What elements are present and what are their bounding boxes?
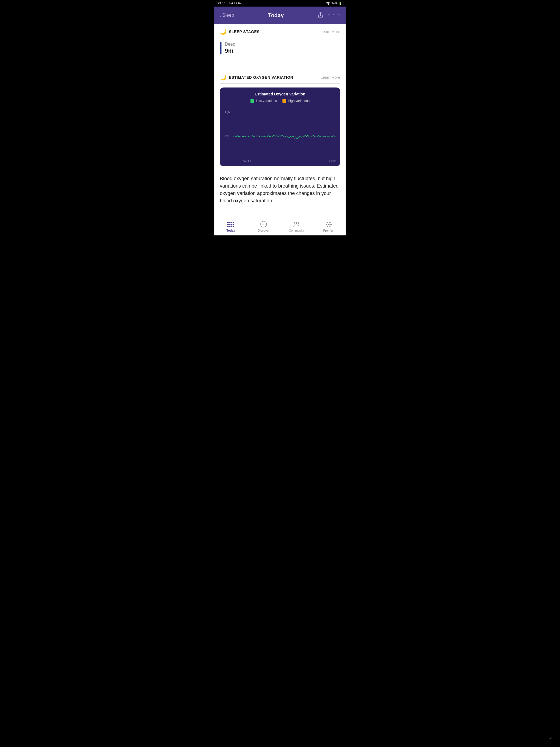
y-axis-high: High xyxy=(224,110,230,114)
scroll-indicator: ↙ xyxy=(547,734,555,742)
section-title-row: 🌙 SLEEP STAGES xyxy=(220,28,259,35)
tab-premium-label: Premium xyxy=(323,229,335,232)
discover-icon xyxy=(260,221,267,228)
legend-low-label: Low variations xyxy=(256,99,277,103)
svg-point-8 xyxy=(329,222,330,223)
time-display: 23:56 xyxy=(218,2,225,5)
svg-point-13 xyxy=(331,224,332,225)
wifi-icon xyxy=(327,2,330,5)
legend-high-label: High variations xyxy=(288,99,309,103)
oxygen-title-row: 🌙 ESTIMATED OXYGEN VARIATION xyxy=(220,74,293,81)
sleep-stages-learn-more[interactable]: Learn More xyxy=(321,29,340,34)
app-container: ‹ Sleep Today ○ ○ ○ 🌙 xyxy=(214,6,346,235)
status-bar: 23:56 Sat 22 Feb 94% 🔋 xyxy=(214,0,346,6)
deep-label: Deep xyxy=(225,42,235,47)
battery-icon: 🔋 xyxy=(338,2,342,5)
deep-value: 9m xyxy=(225,47,235,54)
svg-point-5 xyxy=(294,222,297,224)
oxygen-variation-section: 🌙 ESTIMATED OXYGEN VARIATION Learn More xyxy=(214,70,346,84)
oxygen-moon-icon: 🌙 xyxy=(220,74,227,81)
back-button[interactable]: ‹ Sleep xyxy=(219,12,234,19)
svg-point-3 xyxy=(261,221,266,227)
tab-today[interactable]: Today xyxy=(221,221,240,232)
more-icon[interactable]: ○ ○ ○ xyxy=(328,13,341,18)
spacer xyxy=(214,57,346,64)
back-label: Sleep xyxy=(222,12,234,18)
legend-high: High variations xyxy=(282,99,309,103)
legend-low-box xyxy=(251,99,254,103)
date-display: Sat 22 Feb xyxy=(229,2,244,5)
chart-legend: Low variations High variations xyxy=(224,99,336,103)
chart-area: High Low 02:14 11:08 xyxy=(224,108,336,162)
device-frame: 23:56 Sat 22 Feb 94% 🔋 ‹ Sleep Today xyxy=(214,0,346,235)
svg-point-15 xyxy=(329,226,330,227)
tab-discover[interactable]: Discover xyxy=(254,221,273,232)
tab-premium[interactable]: Premium xyxy=(320,221,339,232)
svg-point-6 xyxy=(297,222,299,224)
oxygen-section-header: 🌙 ESTIMATED OXYGEN VARIATION Learn More xyxy=(220,74,340,84)
svg-point-14 xyxy=(327,226,328,227)
sleep-stages-section: 🌙 SLEEP STAGES Learn More Deep 9m xyxy=(214,24,346,54)
sleep-deep-row: Deep 9m xyxy=(220,42,340,54)
x-axis-start: 02:14 xyxy=(244,159,251,162)
community-icon xyxy=(292,221,300,228)
main-content: 🌙 SLEEP STAGES Learn More Deep 9m xyxy=(214,24,346,235)
svg-point-12 xyxy=(330,224,331,225)
deep-bar xyxy=(220,42,222,54)
sleep-stages-title: SLEEP STAGES xyxy=(229,29,259,34)
svg-point-7 xyxy=(327,222,328,223)
bottom-spacer xyxy=(214,209,346,212)
oxygen-title: ESTIMATED OXYGEN VARIATION xyxy=(229,75,293,80)
tab-today-label: Today xyxy=(226,229,235,232)
deep-info: Deep 9m xyxy=(225,42,235,54)
svg-point-10 xyxy=(326,224,327,225)
share-icon[interactable] xyxy=(318,12,323,19)
description-text: Blood oxygen saturation normally fluctua… xyxy=(214,170,346,209)
nav-actions: ○ ○ ○ xyxy=(318,12,341,19)
sleep-stages-header: 🌙 SLEEP STAGES Learn More xyxy=(220,28,340,38)
oxygen-chart-container: Estimated Oxygen Variation Low variation… xyxy=(220,87,340,166)
status-time: 23:56 Sat 22 Feb xyxy=(218,2,244,5)
tab-community-label: Community xyxy=(289,229,304,232)
nav-title: Today xyxy=(268,12,284,19)
tab-discover-label: Discover xyxy=(258,229,270,232)
premium-icon xyxy=(325,221,333,228)
svg-point-16 xyxy=(330,226,331,227)
legend-low: Low variations xyxy=(251,99,277,103)
today-icon xyxy=(227,221,234,228)
nav-bar: ‹ Sleep Today ○ ○ ○ xyxy=(214,6,346,24)
moon-icon: 🌙 xyxy=(220,28,227,35)
oxygen-learn-more[interactable]: Learn More xyxy=(321,75,340,80)
battery-percentage: 94% xyxy=(331,2,337,5)
y-axis-low: Low xyxy=(224,134,229,137)
tab-community[interactable]: Community xyxy=(287,221,306,232)
svg-marker-4 xyxy=(263,223,264,226)
svg-point-11 xyxy=(328,224,329,225)
tab-bar: Today Discover xyxy=(214,217,346,235)
status-right: 94% 🔋 xyxy=(327,2,342,5)
oxygen-chart-svg xyxy=(233,108,336,154)
back-chevron-icon: ‹ xyxy=(219,12,221,19)
chart-title: Estimated Oxygen Variation xyxy=(224,92,336,96)
legend-high-box xyxy=(282,99,286,103)
x-axis-end: 11:08 xyxy=(329,159,336,162)
chart-x-labels: 02:14 11:08 xyxy=(224,159,336,162)
svg-point-9 xyxy=(330,222,331,223)
